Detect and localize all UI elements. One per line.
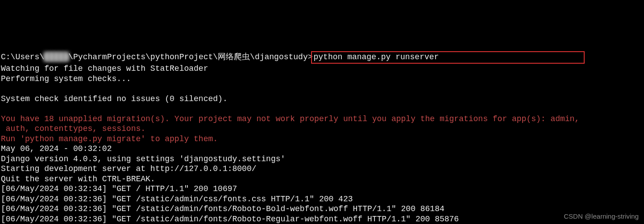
prompt-path-prefix: C:\Users\: [1, 53, 44, 61]
output-line: May 06, 2024 - 00:32:02: [1, 144, 112, 153]
prompt-path-suffix: \PycharmProjects\pythonProject\网络爬虫\djan…: [68, 53, 312, 61]
warning-line: You have 18 unapplied migration(s). Your…: [1, 114, 579, 123]
output-line: System check identified no issues (0 sil…: [1, 94, 228, 103]
warning-line: Run 'python manage.py migrate' to apply …: [1, 134, 218, 143]
command-highlight: python manage.py runserver: [311, 51, 585, 64]
output-line: Performing system checks...: [1, 74, 131, 83]
request-line: [06/May/2024 00:32:36] "GET /static/admi…: [1, 215, 459, 224]
output-line: Django version 4.0.3, using settings 'dj…: [1, 155, 285, 163]
redacted-username: █████: [44, 53, 68, 61]
output-line: Starting development server at http://12…: [1, 164, 257, 173]
watermark: CSDN @learning-striving: [564, 212, 639, 222]
warning-line: auth, contenttypes, sessions.: [1, 124, 145, 133]
output-line: Quit the server with CTRL-BREAK.: [1, 175, 155, 183]
prompt-line: C:\Users\█████\PycharmProjects\pythonPro…: [1, 53, 585, 61]
request-line: [06/May/2024 00:32:36] "GET /static/admi…: [1, 204, 445, 213]
request-line: [06/May/2024 00:32:34] "GET / HTTP/1.1" …: [1, 184, 237, 193]
terminal-output: C:\Users\█████\PycharmProjects\pythonPro…: [0, 40, 644, 224]
request-line: [06/May/2024 00:32:36] "GET /static/admi…: [1, 195, 353, 204]
output-line: Watching for file changes with StatReloa…: [1, 64, 208, 73]
command-text: python manage.py runserver: [314, 53, 439, 61]
